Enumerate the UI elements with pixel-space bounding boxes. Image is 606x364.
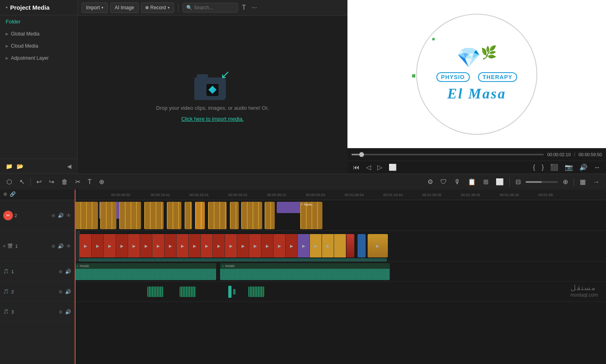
track-add-a3[interactable]: ⊕ <box>59 309 63 315</box>
cut-button-v2[interactable]: ✂ <box>3 211 13 220</box>
expand-button[interactable]: → <box>591 177 602 187</box>
undo-button[interactable]: ↩ <box>34 176 44 187</box>
audio-green-clip-2[interactable] <box>180 287 196 297</box>
ruler-spacer: ⊕ 🔗 <box>0 190 74 200</box>
effects-button[interactable]: ⚙ <box>425 176 436 187</box>
link-icon[interactable]: 🔗 <box>10 191 16 197</box>
clip-blue-v1[interactable] <box>358 234 366 257</box>
text-tool-icon[interactable]: T <box>240 2 248 13</box>
track-eye-v2[interactable]: 👁 <box>66 213 71 218</box>
track-icon-a3: 🎵 <box>3 309 10 314</box>
collapse-panel-icon[interactable]: ◀ <box>67 163 72 169</box>
ripple-tool-button[interactable]: ⊕ <box>97 176 107 187</box>
bracket-left-icon[interactable]: { <box>530 163 537 172</box>
sidebar-folder[interactable]: Folder <box>0 15 77 28</box>
clip-gold-10[interactable] <box>265 202 275 229</box>
more-options-icon[interactable]: ··· <box>250 2 259 13</box>
track-volume-v2[interactable]: 🔊 <box>58 213 64 218</box>
zoom-slider[interactable] <box>526 181 558 183</box>
timeline-content[interactable]: 00:00:09:50 00:00:19:41 00:00:29:31 00:0… <box>75 190 606 364</box>
grid-view-button[interactable]: ⬡ <box>4 176 15 187</box>
preview-thumb[interactable] <box>359 152 364 157</box>
audio-record-button[interactable]: 🎙 <box>452 177 463 187</box>
clip-purple-2[interactable] <box>277 202 303 213</box>
preview-timeline-slider[interactable] <box>351 154 544 155</box>
clip-gold-3[interactable] <box>119 202 141 229</box>
clip-gold-6[interactable] <box>185 202 192 229</box>
clip-gold-1[interactable] <box>75 202 98 229</box>
sidebar-item-adjustment-layer[interactable]: ▶ Adjustment Layer <box>0 52 77 64</box>
ruler-mark-2: 00:00:19:41 <box>151 193 170 197</box>
track-add-a1[interactable]: ⊕ <box>59 269 63 274</box>
clip-gold-7[interactable] <box>208 202 227 229</box>
track-grip-v1[interactable]: ≡ <box>3 244 6 248</box>
new-folder-icon[interactable]: 📁 <box>6 163 13 169</box>
clip-gold-5[interactable] <box>167 202 181 229</box>
ruler-mark-12: 00:01:58: <box>539 193 554 197</box>
record-button[interactable]: Record ▾ <box>141 2 174 13</box>
zoom-out-button[interactable]: ⊟ <box>513 176 523 187</box>
import-button[interactable]: Import ▾ <box>82 2 108 13</box>
clip-gold-4[interactable] <box>144 202 164 229</box>
green-wave-2 <box>180 287 196 297</box>
clip-main-video[interactable]: ▶ ▶ ▶ ▶ ▶ ▶ ▶ ▶ ▶ ▶ ▶ ▶ <box>80 234 354 257</box>
clip-gold-end[interactable]: ▶ <box>368 234 388 257</box>
track-volume-v1[interactable]: 🔊 <box>58 243 64 249</box>
resize-icon[interactable]: ⬛ <box>548 163 561 172</box>
fullscreen-button[interactable]: ⬜ <box>386 163 399 172</box>
audio-green-clip-1[interactable] <box>147 287 164 297</box>
frame-back-button[interactable]: ◁ <box>364 163 373 172</box>
zoom-in-button[interactable]: ⊕ <box>560 176 570 187</box>
tl-toolbar-right: ⚙ 🛡 🎙 📋 ⊞ ⬜ ⊟ ⊕ ▦ → <box>425 176 602 187</box>
import-media-link[interactable]: Click here to import media. <box>181 116 244 122</box>
delete-button[interactable]: 🗑 <box>59 177 70 187</box>
audio-clip-music-1[interactable]: ♪ music <box>75 263 216 280</box>
clip-yellow-1[interactable] <box>195 202 205 229</box>
clip-gold-2[interactable] <box>100 202 116 229</box>
play-button[interactable]: ▷ <box>375 163 385 172</box>
track-volume-a2[interactable]: 🔊 <box>65 289 71 295</box>
sidebar-collapse-arrow[interactable]: ▾ <box>6 5 8 10</box>
sidebar-item-cloud-media[interactable]: ▶ Cloud Media <box>0 40 77 52</box>
clip-gold-8[interactable] <box>230 202 239 229</box>
track-volume-a1[interactable]: 🔊 <box>65 269 71 274</box>
mask-button[interactable]: 🛡 <box>438 177 449 187</box>
select-tool-button[interactable]: ↖ <box>17 176 27 187</box>
track-eye-v1[interactable]: 👁 <box>66 243 71 249</box>
copy-button[interactable]: 📋 <box>465 176 478 187</box>
import-folder-icon[interactable]: 📂 <box>17 163 23 169</box>
track-add-v2[interactable]: ⊕ <box>51 213 55 218</box>
green-wave-1 <box>147 287 164 297</box>
clip-squa[interactable]: + Squa... <box>300 202 322 229</box>
settings-preview-icon[interactable]: ↔ <box>591 163 603 172</box>
drop-text: Drop your video clips, images, or audio … <box>156 105 269 111</box>
text-tool-tl-button[interactable]: T <box>85 177 94 187</box>
search-input[interactable] <box>194 5 234 10</box>
audio-green-clip-3[interactable] <box>248 287 265 297</box>
audio-clip-music-2[interactable]: ♪ music <box>220 263 390 280</box>
search-box[interactable]: 🔍 <box>183 3 238 13</box>
ai-image-button[interactable]: AI Image <box>110 2 139 13</box>
sidebar-arrow-cloud: ▶ <box>6 44 8 48</box>
bracket-right-icon[interactable]: } <box>539 163 546 172</box>
media-drop-area[interactable]: ↙ Drop your video clips, images, or audi… <box>78 16 347 174</box>
track-volume-a3[interactable]: 🔊 <box>65 309 71 315</box>
multicam-button[interactable]: ⊞ <box>481 176 491 187</box>
elmasa-text: El Masa <box>447 86 506 102</box>
logo-gem-icon: 💎 <box>457 46 481 69</box>
volume-icon[interactable]: 🔊 <box>577 163 590 172</box>
sidebar-item-global-media[interactable]: ▶ Global Media <box>0 28 77 40</box>
clip-gold-9[interactable] <box>241 202 262 229</box>
track-add-a2[interactable]: ⊕ <box>59 289 63 295</box>
frame-8: ▶ <box>164 234 177 257</box>
screenshot-icon[interactable]: 📷 <box>562 163 575 172</box>
import-chevron-icon: ▾ <box>101 6 103 10</box>
drop-icon-container: ↙ <box>194 68 231 100</box>
redo-button[interactable]: ↪ <box>46 176 57 187</box>
cut-tool-button[interactable]: ✂ <box>73 176 83 187</box>
go-start-button[interactable]: ⏮ <box>351 163 362 172</box>
track-add-v1[interactable]: ⊕ <box>51 243 55 249</box>
add-track-icon[interactable]: ⊕ <box>3 191 7 197</box>
insert-button[interactable]: ⬜ <box>493 176 506 187</box>
grid-layout-button[interactable]: ▦ <box>577 176 588 187</box>
